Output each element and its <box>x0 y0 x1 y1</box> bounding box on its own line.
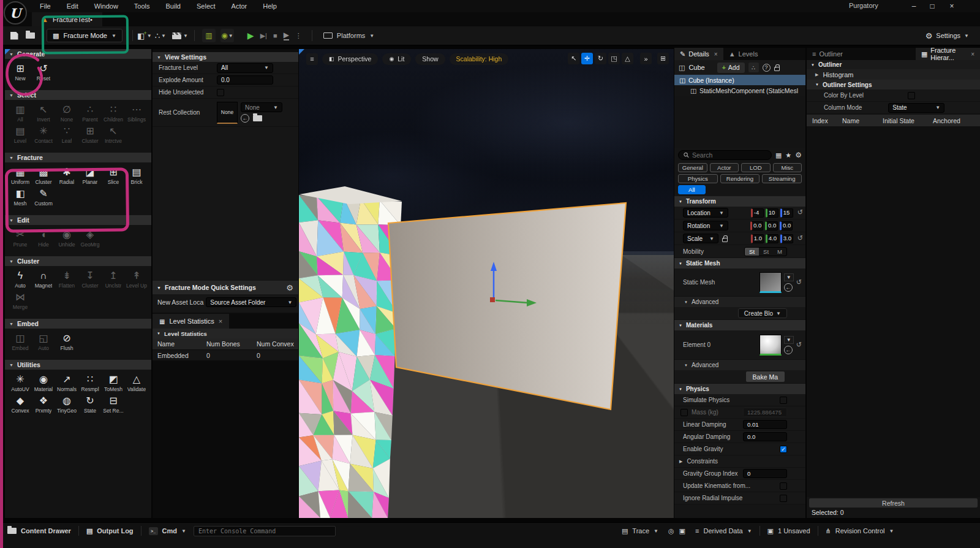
close-icon[interactable]: × <box>971 51 974 58</box>
view-settings-header[interactable]: ▼View Settings <box>153 52 298 62</box>
selected-wall[interactable] <box>388 203 626 409</box>
insights-icon[interactable]: ◎ <box>666 523 677 539</box>
menu-file[interactable]: File <box>32 0 59 12</box>
search-field[interactable] <box>678 150 772 160</box>
hide-unselected-checkbox[interactable] <box>217 89 224 96</box>
blueprints-icon[interactable]: ∴▼ <box>153 29 168 42</box>
filter-physics[interactable]: Physics <box>678 174 718 183</box>
cinematics-icon[interactable]: ▼ <box>172 29 188 42</box>
tab-details[interactable]: ✎Details× <box>674 48 723 60</box>
asset-tab[interactable]: ▲ FractureTest• <box>32 12 102 26</box>
screenshot-icon[interactable]: ▣ <box>677 523 688 539</box>
tool-cluster[interactable]: ▩Cluster <box>32 167 55 185</box>
scale-dropdown[interactable]: Scale▼ <box>683 234 718 243</box>
content-drawer-button[interactable]: Content Drawer <box>0 523 78 539</box>
use-selected-icon[interactable]: ← <box>241 114 249 123</box>
unreal-logo[interactable]: U <box>4 1 27 25</box>
scale-x-input[interactable]: 1.0 <box>751 234 764 243</box>
landscape-mode-icon[interactable]: ▥ <box>202 29 216 42</box>
scalability-warning[interactable]: Scalability: High <box>450 53 509 65</box>
tab-fracture-hierarchy[interactable]: ▦Fracture Hierar...× <box>916 48 980 60</box>
column-mode-dropdown[interactable]: State▼ <box>888 103 944 113</box>
output-log-button[interactable]: ▤Output Log <box>79 523 141 539</box>
tool-autouv[interactable]: ✳AutoUV <box>9 374 32 392</box>
favorites-icon[interactable]: ★ <box>785 151 791 159</box>
tool-prxmty[interactable]: ❖Prxmty <box>32 395 55 414</box>
tool-uniform[interactable]: ▦Uniform <box>9 167 32 185</box>
browse-asset-icon[interactable] <box>253 115 262 121</box>
chevron-down-icon[interactable]: ▼ <box>784 273 794 281</box>
tool-set-re[interactable]: ⊟Set Re... <box>102 395 125 414</box>
rotation-dropdown[interactable]: Rotation▼ <box>683 221 728 230</box>
cmd-dropdown[interactable]: >_Cmd▼ <box>141 523 194 539</box>
tool-brick[interactable]: ▤Brick <box>125 167 148 185</box>
component-tree-child[interactable]: ◫StaticMeshComponent (StaticMesl <box>674 85 805 96</box>
viewport[interactable]: ≡ ◧Perspective ◉Lit Show Scalability: Hi… <box>299 49 674 518</box>
refresh-button[interactable]: Refresh <box>809 498 978 508</box>
physics-section-header[interactable]: ▼Physics <box>674 384 805 394</box>
settings-dropdown[interactable]: ⚙ Settings ▼ <box>925 31 969 40</box>
embed-section-header[interactable]: ▼Embed <box>5 319 151 329</box>
filter-all[interactable]: All <box>678 185 706 194</box>
play-button[interactable]: ▶ <box>247 31 254 40</box>
gizmo-origin[interactable] <box>490 297 495 302</box>
reset-icon[interactable]: ↺ <box>797 234 803 243</box>
gravity-group-index-input[interactable]: 0 <box>743 469 787 478</box>
filter-actor[interactable]: Actor <box>710 163 739 172</box>
tool-slice[interactable]: ⊞Slice <box>102 167 125 185</box>
angular-damping-input[interactable]: 0.0 <box>743 432 787 441</box>
use-selected-icon[interactable]: ← <box>784 283 793 292</box>
materials-section-header[interactable]: ▼Materials <box>674 320 805 330</box>
tool-reset[interactable]: ↺Reset <box>32 63 55 82</box>
hierarchy-table-body[interactable] <box>807 126 980 497</box>
tool-normals[interactable]: ↗Normals <box>55 374 78 392</box>
revision-control-dropdown[interactable]: ⋔Revision Control▼ <box>818 523 902 539</box>
menu-edit[interactable]: Edit <box>59 0 86 12</box>
hierarchy-column-anchored[interactable]: Anchored <box>917 117 954 124</box>
minimize-button[interactable]: – <box>906 0 922 12</box>
use-selected-icon[interactable]: ← <box>784 346 793 354</box>
rotation-z-input[interactable]: 0.0 <box>780 221 793 230</box>
enable-gravity-checkbox[interactable]: ✓ <box>780 446 787 453</box>
location-dropdown[interactable]: Location▼ <box>683 208 728 218</box>
chevron-down-icon[interactable]: ▼ <box>784 336 794 344</box>
material-thumbnail[interactable] <box>760 335 782 356</box>
hierarchy-column-index[interactable]: Index <box>807 117 842 124</box>
histogram-row[interactable]: ▶Histogram <box>807 69 980 80</box>
viewport-options-icon[interactable]: ≡ <box>306 53 318 65</box>
rotate-tool-icon[interactable]: ↻ <box>595 53 606 64</box>
scale-tool-icon[interactable]: ◳ <box>608 53 620 64</box>
close-icon[interactable]: × <box>714 51 718 58</box>
reset-icon[interactable]: ↺ <box>797 208 803 218</box>
create-blueprint-button[interactable]: Create Blo▼ <box>738 308 787 318</box>
static-mesh-advanced-header[interactable]: ▼Advanced <box>674 297 805 307</box>
gear-icon[interactable]: ⚙ <box>286 283 293 292</box>
expand-toolbar-icon[interactable]: » <box>640 53 652 64</box>
trace-dropdown[interactable]: ▤Trace▼ <box>614 523 666 539</box>
filter-streaming[interactable]: Streaming <box>762 174 802 183</box>
hierarchy-column-name[interactable]: Name <box>842 117 883 124</box>
utilities-section-header[interactable]: ▼Utilities <box>5 360 151 370</box>
tool-material[interactable]: ◉Material <box>32 374 55 392</box>
stats-row-embedded[interactable]: Embedded00 <box>153 349 298 360</box>
rest-collection-thumbnail[interactable]: None <box>217 102 238 124</box>
play-options-icon[interactable]: ⋮ <box>295 32 302 40</box>
lit-dropdown[interactable]: ◉Lit <box>382 53 411 65</box>
tool-state[interactable]: ↻State <box>78 395 102 414</box>
frame-skip-button[interactable]: ▶| <box>260 32 267 40</box>
search-input[interactable] <box>692 151 766 159</box>
rotation-x-input[interactable]: 0.0 <box>750 221 763 230</box>
camera-speed-icon[interactable]: △ <box>622 53 633 64</box>
show-dropdown[interactable]: Show <box>415 53 445 65</box>
tab-levels[interactable]: ▲Levels <box>723 48 764 60</box>
save-icon[interactable] <box>6 29 22 42</box>
reset-icon[interactable]: ↺ <box>796 278 802 286</box>
browse-content-icon[interactable] <box>22 29 38 42</box>
add-actor-icon[interactable]: ◧+▼ <box>137 29 153 42</box>
bake-materials-button[interactable]: Bake Ma <box>746 371 785 382</box>
filter-general[interactable]: General <box>678 163 707 172</box>
edit-section-header[interactable]: ▼Edit <box>5 215 151 225</box>
help-icon[interactable]: ? <box>763 64 771 72</box>
fracture-level-dropdown[interactable]: All▼ <box>217 63 273 73</box>
select-tool-icon[interactable]: ↖ <box>568 53 579 64</box>
